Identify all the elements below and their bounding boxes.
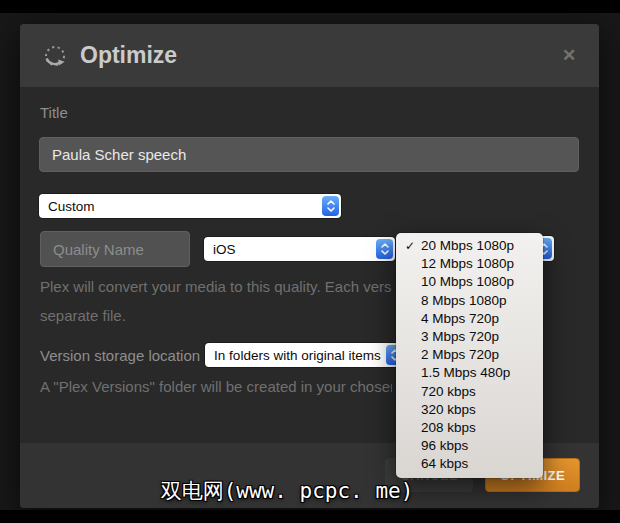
menu-item[interactable]: 96 kbps: [396, 437, 543, 455]
close-icon[interactable]: ✕: [557, 44, 581, 68]
menu-item[interactable]: 320 kbps: [396, 401, 543, 419]
stepper-icon: [322, 196, 339, 216]
preset-select[interactable]: Custom: [39, 194, 341, 218]
menu-item-label: 320 kbps: [421, 401, 476, 419]
watermark: 双电网(www. pcpc. me): [161, 477, 414, 505]
quality-description-line2: separate file.: [40, 307, 392, 324]
storage-location-value: In folders with original items: [214, 348, 381, 363]
menu-item-label: 96 kbps: [421, 437, 468, 455]
device-select-value: iOS: [213, 242, 236, 257]
menu-item-label: 20 Mbps 1080p: [421, 237, 514, 255]
menu-item[interactable]: 3 Mbps 720p: [396, 328, 543, 346]
menu-item[interactable]: 64 kbps: [396, 455, 543, 473]
checkmark-icon: ✓: [405, 237, 421, 255]
menu-item-label: 10 Mbps 1080p: [421, 273, 514, 291]
quality-description-line1: Plex will convert your media to this qua…: [40, 278, 392, 295]
menu-item-label: 720 kbps: [421, 383, 476, 401]
storage-location-select[interactable]: In folders with original items: [205, 343, 405, 367]
menu-item-label: 64 kbps: [421, 455, 468, 473]
menu-item[interactable]: 208 kbps: [396, 419, 543, 437]
menu-item-label: 4 Mbps 720p: [421, 310, 499, 328]
quality-dropdown-menu: ✓ 20 Mbps 1080p 12 Mbps 1080p 10 Mbps 10…: [396, 233, 543, 478]
menu-item-label: 2 Mbps 720p: [421, 346, 499, 364]
menu-item[interactable]: ✓ 20 Mbps 1080p: [396, 237, 543, 255]
menu-item[interactable]: 720 kbps: [396, 383, 543, 401]
menu-item[interactable]: 8 Mbps 1080p: [396, 292, 543, 310]
preset-select-value: Custom: [48, 199, 95, 214]
screen: Optimize ✕ Title Custom iOS 20 Mbps 1080…: [0, 0, 620, 523]
menu-item[interactable]: 10 Mbps 1080p: [396, 273, 543, 291]
dialog-title: Optimize: [80, 42, 177, 69]
menu-item-label: 8 Mbps 1080p: [421, 292, 507, 310]
menu-item[interactable]: 4 Mbps 720p: [396, 310, 543, 328]
menu-item-label: 3 Mbps 720p: [421, 328, 499, 346]
menu-item[interactable]: 12 Mbps 1080p: [396, 255, 543, 273]
menu-item[interactable]: 2 Mbps 720p: [396, 346, 543, 364]
storage-location-row: Version storage location In folders with…: [40, 342, 405, 368]
menu-item-label: 208 kbps: [421, 419, 476, 437]
title-input[interactable]: [39, 137, 579, 172]
quality-name-input[interactable]: [40, 231, 190, 267]
storage-location-label: Version storage location: [40, 347, 200, 364]
menu-item-label: 12 Mbps 1080p: [421, 255, 514, 273]
storage-note: A "Plex Versions" folder will be created…: [40, 378, 392, 395]
menu-item[interactable]: 1.5 Mbps 480p: [396, 364, 543, 382]
optimize-sync-icon: [42, 43, 68, 69]
dialog-header: Optimize ✕: [20, 24, 599, 87]
device-select[interactable]: iOS: [204, 237, 395, 261]
menu-item-label: 1.5 Mbps 480p: [421, 364, 510, 382]
title-label: Title: [40, 104, 68, 121]
stepper-icon: [376, 239, 393, 259]
